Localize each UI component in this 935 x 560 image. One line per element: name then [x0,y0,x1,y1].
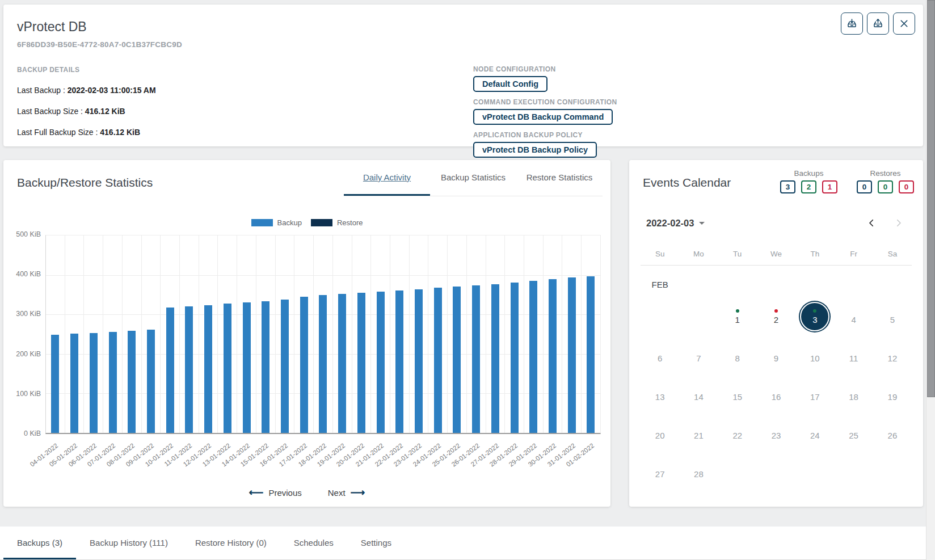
day-cell-6[interactable]: 6 [641,336,679,374]
vprotect-db-backup-command-button[interactable]: vProtect DB Backup Command [473,109,613,125]
day-number: 11 [849,353,858,363]
bar-20-01-2022[interactable] [357,293,365,433]
bar-23-01-2022[interactable] [415,289,423,433]
day-cell-4[interactable]: 4 [834,297,873,336]
bar-04-01-2022[interactable] [51,335,59,433]
restore-button[interactable] [867,12,889,35]
bar-22-01-2022[interactable] [395,290,403,433]
bar-17-01-2022[interactable] [300,297,308,433]
day-cell-23[interactable]: 23 [757,413,795,452]
empty-day-cell [873,452,912,490]
day-cell-2[interactable]: 2 [757,297,795,336]
day-cell-28[interactable]: 28 [679,452,718,490]
day-cell-26[interactable]: 26 [873,413,912,452]
previous-button[interactable]: ⟵ Previous [249,486,302,499]
backups-badge-red: 1 [822,180,837,193]
bar-31-01-2022[interactable] [568,277,576,433]
day-header-sa: Sa [873,250,912,258]
tab-daily-activity[interactable]: Daily Activity [344,160,430,196]
day-cell-5[interactable]: 5 [873,297,912,336]
scrollbar-thumb[interactable] [927,0,935,397]
tab-schedules[interactable]: Schedules [280,527,347,559]
bar-08-01-2022[interactable] [128,331,136,433]
bar-28-01-2022[interactable] [511,283,519,433]
day-cell-11[interactable]: 11 [834,336,873,374]
bar-15-01-2022[interactable] [262,301,269,433]
backup-button[interactable] [841,12,863,35]
day-number: 9 [774,353,778,363]
bar-06-01-2022[interactable] [90,333,98,433]
bar-30-01-2022[interactable] [549,279,557,433]
day-cell-14[interactable]: 14 [679,374,718,413]
day-cell-22[interactable]: 22 [718,413,757,452]
bar-09-01-2022[interactable] [147,330,155,433]
bar-25-01-2022[interactable] [453,287,461,433]
empty-day-cell [834,452,873,490]
tab-backup-statistics[interactable]: Backup Statistics [430,160,516,196]
day-header-fr: Fr [834,250,873,258]
default-config-button[interactable]: Default Config [473,76,547,92]
backups-label: Backups [780,169,837,178]
day-cell-17[interactable]: 17 [795,374,834,413]
bar-slot [447,235,466,433]
day-cell-16[interactable]: 16 [757,374,795,413]
day-number: 19 [888,392,898,402]
tab-backups-3[interactable]: Backups (3) [3,527,76,559]
bar-slot [581,235,600,433]
dot-spacer [774,386,778,390]
next-button[interactable]: Next ⟶ [328,486,365,499]
bar-18-01-2022[interactable] [319,295,327,433]
bar-29-01-2022[interactable] [529,281,537,433]
bar-10-01-2022[interactable] [166,308,174,433]
tab-restore-history-0[interactable]: Restore History (0) [182,527,280,559]
vprotect-db-backup-policy-button[interactable]: vProtect DB Backup Policy [473,142,597,158]
bar-01-02-2022[interactable] [587,276,595,433]
date-selector[interactable]: 2022-02-03 [646,218,705,229]
day-cell-9[interactable]: 9 [757,336,795,374]
bar-14-01-2022[interactable] [243,302,251,433]
day-cell-24[interactable]: 24 [795,413,834,452]
day-cell-20[interactable]: 20 [641,413,679,452]
tab-restore-statistics[interactable]: Restore Statistics [516,160,603,196]
bar-11-01-2022[interactable] [185,306,193,433]
day-header-tu: Tu [718,250,757,258]
bar-05-01-2022[interactable] [70,334,78,433]
page-scrollbar[interactable] [926,0,935,560]
bar-21-01-2022[interactable] [377,292,385,433]
dot-spacer [658,464,662,467]
bar-19-01-2022[interactable] [338,294,346,433]
bar-16-01-2022[interactable] [281,300,289,433]
x-icon [898,18,910,30]
day-number: 2 [774,315,778,325]
previous-label: Previous [268,488,301,498]
day-cell-7[interactable]: 7 [679,336,718,374]
bar-slot [237,235,256,433]
selected-day[interactable]: 3 [800,302,829,331]
bar-12-01-2022[interactable] [204,305,212,433]
day-cell-18[interactable]: 18 [834,374,873,413]
day-cell-10[interactable]: 10 [795,336,834,374]
day-cell-8[interactable]: 8 [718,336,757,374]
dot-spacer [697,386,700,390]
prev-month-button[interactable] [864,216,879,230]
day-cell-19[interactable]: 19 [873,374,912,413]
day-cell-21[interactable]: 21 [679,413,718,452]
day-cell-1[interactable]: 1 [718,297,757,336]
bar-13-01-2022[interactable] [224,304,231,433]
day-cell-15[interactable]: 15 [718,374,757,413]
backup-details-label: BACKUP DETAILS [17,66,909,74]
dot-spacer [891,309,894,313]
day-cell-12[interactable]: 12 [873,336,912,374]
calendar-week-row: 20212223242526 [641,413,912,452]
tab-settings[interactable]: Settings [347,527,405,559]
bar-24-01-2022[interactable] [434,288,442,433]
bar-27-01-2022[interactable] [491,284,499,433]
bar-07-01-2022[interactable] [109,332,117,433]
day-cell-13[interactable]: 13 [641,374,679,413]
legend-item-restore: Restore [311,218,363,227]
day-cell-27[interactable]: 27 [641,452,679,490]
bar-26-01-2022[interactable] [472,285,480,433]
close-button[interactable] [893,12,915,35]
tab-backup-history-111[interactable]: Backup History (111) [76,527,182,559]
day-cell-25[interactable]: 25 [834,413,873,452]
